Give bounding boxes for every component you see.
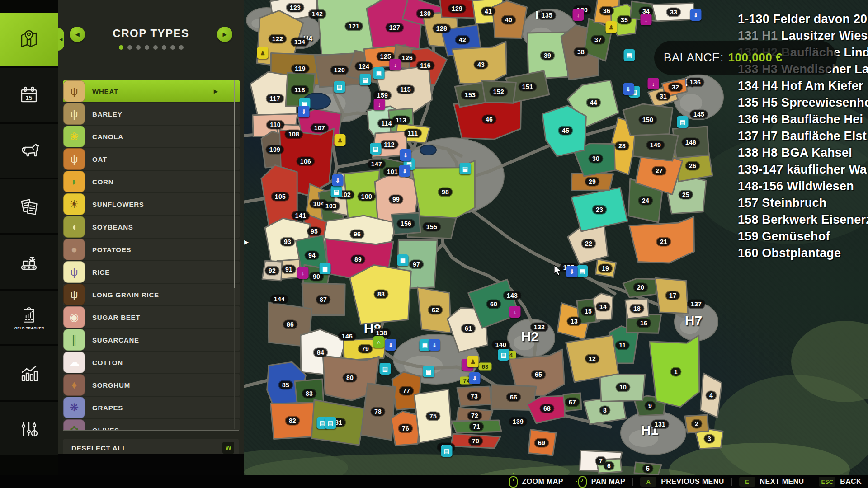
panel-collapse-arrow[interactable]: ▶ bbox=[244, 239, 249, 245]
factory-icon[interactable]: ▤ bbox=[331, 186, 342, 197]
hud-action-pan-map[interactable]: PAN MAP bbox=[578, 476, 625, 488]
person-icon[interactable]: ♟ bbox=[335, 134, 346, 146]
sell-icon[interactable]: ⇓ bbox=[469, 372, 481, 384]
crop-row-sunflowers[interactable]: ☀SUNFLOWERS bbox=[63, 193, 240, 215]
crop-row-sugarcane[interactable]: ∥SUGARCANE bbox=[63, 329, 240, 351]
field-number-badge: 44 bbox=[587, 99, 600, 107]
crop-label: OLIVES bbox=[92, 427, 119, 431]
settings-sliders-icon bbox=[16, 416, 42, 441]
silo-icon[interactable]: ↓ bbox=[641, 14, 652, 25]
field-number-badge: 98 bbox=[439, 188, 452, 196]
hud-action-next-menu[interactable]: ENEXT MENU bbox=[739, 477, 804, 487]
factory-icon[interactable]: ▤ bbox=[498, 349, 509, 361]
hud-action-label: BACK bbox=[840, 478, 862, 486]
crop-row-sugar-beet[interactable]: ◉SUGAR BEET bbox=[63, 306, 240, 328]
crop-row-barley[interactable]: ψBARLEY bbox=[63, 103, 240, 125]
prev-page-button[interactable]: ◀ bbox=[70, 27, 85, 42]
factory-icon[interactable]: ▤ bbox=[320, 263, 331, 274]
factory-icon[interactable]: ▤ bbox=[677, 116, 689, 128]
field-number-badge: 83 bbox=[302, 389, 316, 398]
field-number-badge: 16 bbox=[637, 319, 651, 327]
sidebar-item-map[interactable] bbox=[0, 13, 58, 66]
field-number-badge: 117 bbox=[266, 94, 283, 103]
crop-row-olives[interactable]: ✿OLIVES bbox=[63, 419, 240, 430]
factory-icon[interactable]: ▤ bbox=[380, 363, 391, 375]
crop-label: SOYBEANS bbox=[92, 223, 133, 231]
factory-icon[interactable]: ▤ bbox=[325, 417, 336, 429]
crop-row-grapes[interactable]: ❋GRAPES bbox=[63, 397, 240, 418]
field-number-badge: 37 bbox=[591, 36, 605, 44]
crop-row-canola[interactable]: ❀CANOLA bbox=[63, 126, 240, 147]
crop-row-soybeans[interactable]: ◖SOYBEANS bbox=[63, 216, 240, 238]
field-number-badge: 33 bbox=[667, 8, 680, 16]
field-number-badge: 39 bbox=[541, 52, 554, 60]
field-number-badge: 129 bbox=[448, 5, 466, 13]
person-icon[interactable]: ♟ bbox=[257, 47, 269, 59]
crop-row-sorghum[interactable]: ♦SORGHUM bbox=[63, 374, 240, 396]
crop-row-cotton[interactable]: ☁COTTON bbox=[63, 352, 240, 373]
sell-icon[interactable]: ⇓ bbox=[385, 339, 396, 351]
crop-icon-olives: ✿ bbox=[63, 419, 85, 430]
sell-icon[interactable]: ⇓ bbox=[690, 9, 702, 21]
production-icon bbox=[16, 249, 42, 275]
sidebar-item-yield-tracker[interactable]: YIELD TRACKER bbox=[0, 291, 58, 344]
sell-icon[interactable]: ⇓ bbox=[298, 106, 310, 117]
silo-icon[interactable]: ↓ bbox=[297, 267, 309, 279]
hud-action-zoom-map[interactable]: ZOOM MAP bbox=[509, 476, 563, 488]
field-number-badge: 156 bbox=[397, 220, 415, 228]
factory-icon[interactable]: ▤ bbox=[460, 163, 471, 174]
field-number-badge: 140 bbox=[492, 341, 509, 349]
crop-row-long-grain-rice[interactable]: ψLONG GRAIN RICE bbox=[63, 284, 240, 305]
sidebar-item-settings[interactable] bbox=[0, 402, 58, 455]
person-icon[interactable]: ♟ bbox=[467, 356, 479, 367]
crop-row-potatoes[interactable]: ●POTATOES bbox=[63, 239, 240, 260]
sidebar-item-statistics[interactable] bbox=[0, 346, 58, 400]
sidebar-active-tab-arrow[interactable]: ◀ bbox=[58, 28, 64, 51]
sell-icon[interactable]: ⇓ bbox=[566, 266, 578, 277]
crop-list-scrollbar[interactable] bbox=[234, 80, 235, 429]
sidebar-item-contracts[interactable] bbox=[0, 179, 58, 233]
factory-icon[interactable]: ▤ bbox=[423, 366, 434, 377]
field-number-badge: 38 bbox=[574, 48, 588, 56]
keycap-esc: ESC bbox=[819, 477, 835, 487]
crop-row-oat[interactable]: ψOAT bbox=[63, 148, 240, 170]
crop-row-rice[interactable]: ψRICE bbox=[63, 261, 240, 283]
hud-action-label: ZOOM MAP bbox=[522, 478, 563, 486]
hud-action-previous-menu[interactable]: APREVIOUS MENU bbox=[640, 477, 724, 487]
silo-icon[interactable]: ↓ bbox=[648, 78, 659, 89]
page-dot-6 bbox=[162, 45, 166, 50]
field-number-badge: 20 bbox=[634, 283, 647, 291]
factory-icon[interactable]: ▤ bbox=[370, 143, 382, 155]
silo-icon[interactable]: ↓ bbox=[509, 306, 521, 318]
factory-icon[interactable]: ▤ bbox=[334, 81, 345, 93]
silo-icon[interactable]: ↓ bbox=[573, 9, 584, 21]
sidebar-item-calendar[interactable]: 15 bbox=[0, 68, 58, 122]
factory-icon[interactable]: ▤ bbox=[441, 445, 453, 457]
sell-icon[interactable]: ⇓ bbox=[400, 149, 411, 161]
home-icon[interactable]: ⌂ bbox=[373, 336, 385, 348]
factory-icon[interactable]: ▤ bbox=[397, 254, 409, 266]
sell-icon[interactable]: ⇓ bbox=[399, 165, 410, 177]
factory-icon[interactable]: ▤ bbox=[360, 74, 371, 85]
sidebar-item-animals[interactable] bbox=[0, 124, 58, 178]
sell-icon[interactable]: ⇓ bbox=[429, 339, 440, 351]
silo-icon[interactable]: ↓ bbox=[390, 59, 401, 70]
mouse-cursor bbox=[553, 265, 563, 278]
field-number-badge: 84 bbox=[314, 348, 327, 357]
sell-icon[interactable]: ⇓ bbox=[623, 83, 634, 95]
hud-action-back[interactable]: ESCBACK bbox=[819, 477, 862, 487]
field-number-badge: 101 bbox=[384, 168, 401, 176]
crop-row-wheat[interactable]: ψWHEAT▶ bbox=[63, 80, 240, 102]
field-number-badge: 46 bbox=[482, 115, 496, 123]
sidebar-item-production[interactable] bbox=[0, 235, 58, 289]
field-number-badge: 149 bbox=[647, 141, 664, 149]
factory-icon[interactable]: ▤ bbox=[624, 49, 635, 61]
next-page-button[interactable]: ▶ bbox=[217, 27, 232, 42]
crop-row-corn[interactable]: ◗CORN bbox=[63, 171, 240, 192]
factory-icon[interactable]: ▤ bbox=[373, 67, 385, 79]
field-number-badge: 80 bbox=[343, 374, 357, 382]
silo-icon[interactable]: ↓ bbox=[374, 99, 385, 110]
sell-icon[interactable]: ⇓ bbox=[332, 174, 344, 186]
person-icon[interactable]: ♟ bbox=[606, 21, 617, 33]
factory-icon[interactable]: ▤ bbox=[577, 265, 588, 277]
